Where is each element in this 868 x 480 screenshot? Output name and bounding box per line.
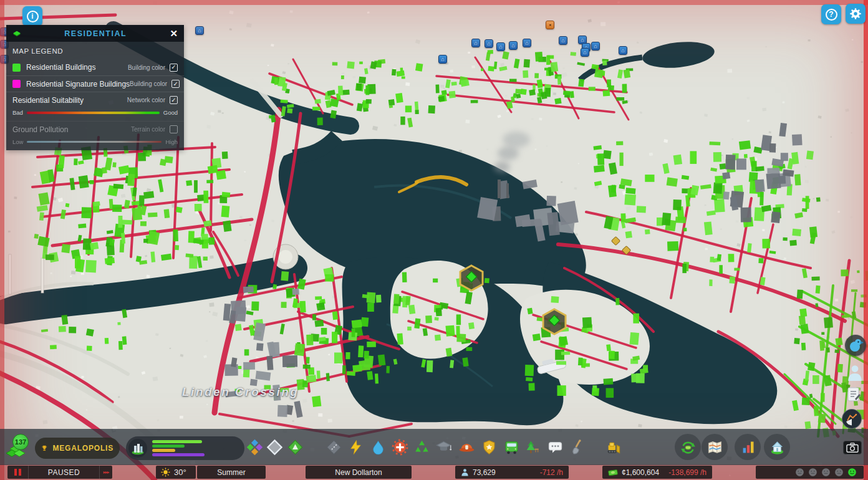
info-icon: i — [27, 11, 39, 22]
gear-icon — [849, 7, 862, 21]
landscaping-icon[interactable] — [286, 438, 304, 456]
residential-zone-icon — [11, 29, 22, 39]
simulation-speed-control: PAUSED ▸▸▸ — [7, 466, 112, 479]
checkbox-residential-buildings[interactable]: ✓ — [170, 64, 178, 72]
map-overlays-icon[interactable] — [705, 438, 724, 456]
roads-icon[interactable] — [324, 438, 343, 456]
money-widget[interactable]: ¢1,600,604 -138,699 /h — [602, 466, 712, 479]
legend-row-suitability: Residential Suitability Network color ✓ — [6, 92, 184, 108]
season-label: Summer — [217, 468, 245, 477]
journal-button[interactable] — [846, 386, 861, 403]
residential-notification-icon[interactable]: ⌂ — [438, 55, 447, 64]
info-button[interactable]: i — [22, 6, 42, 26]
signature-building-marker[interactable] — [459, 264, 484, 294]
season-widget[interactable]: Summer — [197, 466, 266, 479]
legend-row-residential-buildings: Residential Buildings Building color ✓ — [6, 59, 184, 75]
statistics-icon[interactable] — [738, 438, 757, 456]
temperature-value: 30° — [174, 468, 186, 477]
economy-icon[interactable] — [678, 438, 697, 456]
bulldozer-icon[interactable] — [604, 438, 622, 456]
residential-notification-icon[interactable]: ⌂ — [559, 36, 567, 45]
terraforming-icon[interactable] — [568, 438, 587, 456]
legend-row-label: Ground Pollution — [12, 125, 131, 134]
chirper-bird-icon — [847, 337, 864, 353]
pause-button[interactable] — [7, 466, 28, 479]
police-icon[interactable] — [480, 438, 498, 456]
hexagon-badge-icon — [459, 264, 484, 292]
map-legend-heading: MAP LEGEND — [6, 42, 184, 59]
hexagon-badge-icon — [542, 308, 567, 335]
money-rate: -138,699 /h — [668, 468, 706, 477]
pollution-scale: Low High — [6, 137, 184, 150]
chirper-button[interactable] — [845, 335, 866, 356]
photo-mode-button[interactable] — [843, 441, 862, 454]
city-name: New Dollarton — [335, 468, 382, 477]
fire-rescue-icon[interactable] — [457, 438, 476, 456]
checkbox-signature-buildings[interactable]: ✓ — [171, 80, 180, 88]
red-frame-top — [0, 0, 868, 5]
education-icon[interactable] — [434, 438, 453, 456]
scale-min-label: Bad — [12, 109, 23, 116]
residential-notification-icon[interactable]: ⌂ — [485, 39, 493, 48]
milestone-button[interactable]: MEGALOPOLIS — [35, 438, 120, 459]
citizen-info-button[interactable] — [846, 363, 864, 382]
legend-row-mode: Building color — [128, 64, 165, 71]
checkbox-suitability[interactable]: ✓ — [170, 96, 178, 104]
milestone-level-button[interactable]: 137 — [5, 434, 31, 461]
population-rate: -712 /h — [540, 468, 563, 477]
residential-notification-icon[interactable]: ⌂ — [591, 42, 600, 50]
help-button[interactable]: ? — [821, 4, 841, 24]
magenta-swatch — [12, 80, 21, 88]
neutral-face-icon — [808, 467, 818, 478]
check-icon: ✓ — [171, 97, 176, 103]
residential-notification-icon[interactable]: ⌂ — [523, 39, 531, 47]
zoning-demand-widget[interactable] — [126, 436, 244, 460]
checkbox-ground-pollution[interactable] — [170, 125, 178, 133]
industrial-demand-bar — [152, 449, 175, 452]
person-icon — [846, 363, 864, 382]
residential-demand-bar — [152, 440, 202, 443]
residential-notification-icon[interactable]: ⌂ — [509, 41, 518, 50]
residential-legend-panel: RESIDENTIAL ✕ MAP LEGEND Residential Bui… — [6, 25, 184, 150]
office-demand-bar — [152, 453, 205, 456]
happiness-widget[interactable] — [756, 466, 864, 479]
legend-row-mode: Network color — [127, 97, 165, 103]
red-frame-bottom — [0, 464, 868, 480]
city-information-icon[interactable] — [768, 438, 786, 456]
scale-max-label: High — [165, 138, 178, 145]
residential-notification-icon[interactable]: ⌂ — [496, 42, 505, 51]
sim-state-label: PAUSED — [29, 468, 99, 477]
parks-recreation-icon[interactable] — [522, 438, 541, 456]
communications-icon[interactable] — [546, 438, 564, 456]
residential-notification-icon[interactable]: ⌂ — [619, 46, 627, 55]
population-icon — [461, 468, 469, 477]
alert-notification-icon[interactable]: ▪ — [546, 21, 554, 29]
neutral-face-icon — [794, 467, 805, 478]
signature-building-marker[interactable] — [542, 308, 567, 338]
scale-max-label: Good — [163, 109, 178, 116]
city-name-widget[interactable]: New Dollarton — [306, 466, 412, 479]
zones-icon[interactable] — [245, 438, 264, 456]
happy-face-icon — [847, 467, 857, 478]
progress-chart-button[interactable] — [842, 409, 862, 429]
settings-button[interactable] — [846, 4, 866, 24]
areas-icon[interactable] — [265, 438, 284, 456]
panel-title: RESIDENTIAL — [22, 29, 168, 38]
residential-notification-icon[interactable]: ⌂ — [195, 26, 204, 35]
healthcare-icon[interactable] — [390, 438, 409, 456]
electricity-icon[interactable] — [346, 438, 365, 456]
residential-notification-icon[interactable]: ⌂ — [471, 39, 480, 47]
residential-notification-icon[interactable]: ⌂ — [581, 48, 589, 57]
garbage-icon[interactable] — [412, 438, 431, 456]
population-widget[interactable]: 73,629 -712 /h — [455, 466, 569, 479]
notes-icon — [846, 386, 861, 403]
legend-row-mode: Terrain color — [131, 126, 165, 133]
close-icon[interactable]: ✕ — [168, 28, 179, 39]
neutral-face-icon — [834, 467, 844, 478]
happiness-faces — [794, 467, 857, 478]
transportation-icon[interactable] — [502, 438, 521, 456]
temperature-widget[interactable]: 30° — [156, 466, 196, 479]
speed-arrows-button[interactable]: ▸▸▸ — [100, 469, 112, 475]
legend-row-label: Residential Signature Buildings — [26, 80, 130, 89]
water-sewage-icon[interactable] — [369, 438, 387, 456]
